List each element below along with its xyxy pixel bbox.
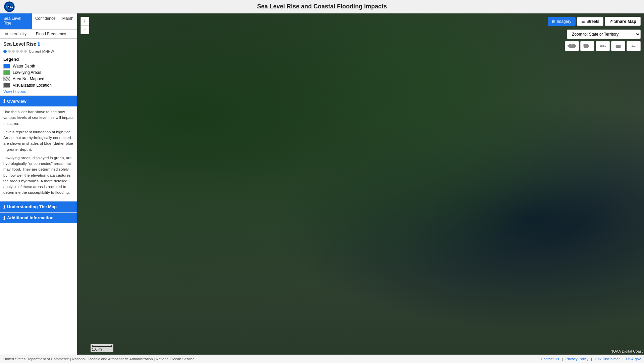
accordion-overview-header[interactable]: ℹ Overview	[0, 96, 77, 106]
overview-para-1: Use the slider bar above to see how vari…	[3, 109, 73, 127]
footer-contact-link[interactable]: Contact Us	[541, 357, 559, 361]
legend-area-not-mapped-swatch	[3, 77, 10, 81]
legend-title: Legend	[3, 57, 73, 62]
slider-dot-1	[8, 50, 11, 53]
main-tab-bar: Sea Level Rise Confidence Marsh	[0, 13, 77, 30]
footer-usagov-link[interactable]: USA.gov	[626, 357, 641, 361]
map-container[interactable]: Lake Superior Lake Huron Lake Michigan L…	[77, 13, 644, 355]
imagery-button[interactable]: ⊞ Imagery	[548, 17, 576, 26]
svg-point-78	[602, 45, 604, 47]
slr-title: Sea Level Rise ℹ	[3, 41, 73, 47]
accordion-overview-content: Use the slider bar above to see how vari…	[0, 106, 77, 201]
legend-low-lying-label: Low-lying Areas	[13, 70, 41, 75]
region-hawaii[interactable]	[596, 41, 610, 51]
slider-dot-5	[24, 50, 27, 53]
additional-label: Additional Information	[7, 215, 54, 220]
legend-water-depth-swatch	[3, 64, 10, 69]
legend-low-lying-swatch	[3, 70, 10, 75]
app-header: NOAA Sea Level Rise and Coastal Flooding…	[0, 0, 644, 13]
footer-privacy-link[interactable]: Privacy Policy	[566, 357, 588, 361]
current-mhhw-label: Current MHHW	[29, 49, 54, 53]
zoom-in-button[interactable]: +	[80, 17, 89, 26]
footer-disclaimer-link[interactable]: Link Disclaimer	[595, 357, 620, 361]
legend-viz-location-swatch	[3, 83, 10, 88]
svg-point-79	[605, 46, 606, 47]
top-right-controls: ⊞ Imagery ☰ Streets ↗ Share Map	[548, 17, 641, 26]
footer-links: Contact Us | Privacy Policy | Link Discl…	[541, 357, 641, 361]
legend-item-water-depth: Water Depth	[3, 64, 73, 69]
region-pr[interactable]	[611, 41, 625, 51]
sub-tab-vulnerability[interactable]: Vulnerability	[0, 30, 31, 38]
share-map-button[interactable]: ↗ Share Map	[605, 17, 641, 26]
slider-dot-2	[12, 50, 15, 53]
tab-marsh[interactable]: Marsh	[59, 13, 77, 29]
streets-button[interactable]: ☰ Streets	[577, 17, 603, 26]
footer-text: United States Department of Commerce | N…	[3, 357, 195, 361]
accordion-understanding-header[interactable]: ℹ Understanding The Map	[0, 201, 77, 212]
svg-point-77	[600, 45, 602, 47]
noaa-logo: NOAA	[3, 1, 15, 13]
slider-container: Current MHHW	[3, 49, 73, 53]
accordion-understanding: ℹ Understanding The Map	[0, 201, 77, 212]
view-levees-link[interactable]: View Levees	[3, 89, 73, 94]
tab-confidence[interactable]: Confidence	[32, 13, 59, 29]
accordion-additional-header[interactable]: ℹ Additional Information	[0, 213, 77, 223]
zoom-controls: + −	[80, 17, 89, 34]
zoom-out-button[interactable]: −	[80, 26, 89, 34]
page-title: Sea Level Rise and Coastal Flooding Impa…	[257, 3, 387, 10]
legend-item-viz-location: Visualization Location	[3, 83, 73, 88]
understanding-label: Understanding The Map	[7, 204, 57, 209]
accordion-additional: ℹ Additional Information	[0, 212, 77, 223]
understanding-icon: ℹ	[3, 204, 5, 210]
noaa-credit: NOAA Digital Coast	[610, 349, 643, 353]
additional-icon: ℹ	[3, 215, 5, 221]
share-map-label: Share Map	[614, 19, 636, 24]
region-conus[interactable]	[565, 41, 579, 51]
svg-rect-80	[616, 45, 621, 48]
zoom-to-select[interactable]: Zoom to: State or Territory Alabama Alas…	[567, 30, 641, 39]
footer: United States Department of Commerce | N…	[0, 355, 644, 363]
legend-item-area-not-mapped: Area Not Mapped	[3, 77, 73, 81]
streets-label: Streets	[586, 19, 599, 24]
satellite-overlay	[77, 13, 644, 355]
scale-bar: 100 mi	[91, 344, 113, 352]
legend-viz-location-label: Visualization Location	[13, 83, 52, 88]
imagery-icon: ⊞	[552, 19, 555, 24]
svg-point-81	[632, 46, 634, 47]
left-panel: Sea Level Rise Confidence Marsh Vulnerab…	[0, 13, 77, 355]
legend-item-low-lying: Low-lying Areas	[3, 70, 73, 75]
region-alaska[interactable]	[580, 41, 594, 51]
region-buttons	[565, 41, 641, 51]
share-icon: ↗	[609, 19, 613, 24]
slider-dots	[3, 50, 27, 53]
slider-dot-0	[3, 50, 7, 53]
svg-text:NOAA: NOAA	[6, 5, 13, 8]
slr-info-icon[interactable]: ℹ	[38, 41, 40, 47]
imagery-label: Imagery	[557, 19, 571, 24]
legend-section: Legend Water Depth Low-lying Areas Area …	[0, 55, 77, 95]
accordion-overview: ℹ Overview Use the slider bar above to s…	[0, 95, 77, 201]
legend-area-not-mapped-label: Area Not Mapped	[13, 77, 44, 81]
slider-dot-4	[20, 50, 23, 53]
legend-water-depth-label: Water Depth	[13, 64, 35, 69]
zoom-to-container: Zoom to: State or Territory Alabama Alas…	[567, 30, 641, 39]
overview-para-3: Low-lying areas, displayed in green, are…	[3, 155, 73, 196]
overview-icon: ℹ	[3, 98, 5, 104]
slr-label: Sea Level Rise	[3, 41, 36, 47]
slider-dot-3	[16, 50, 19, 53]
sub-tab-flood-frequency[interactable]: Flood Frequency	[31, 30, 71, 38]
slr-section: Sea Level Rise ℹ Current MHHW	[0, 39, 77, 55]
streets-icon: ☰	[581, 19, 585, 24]
svg-point-82	[634, 46, 636, 47]
tab-sea-level-rise[interactable]: Sea Level Rise	[0, 13, 32, 29]
overview-para-2: Levels represent inundation at high tide…	[3, 129, 73, 152]
overview-label: Overview	[7, 99, 26, 104]
scale-label: 100 mi	[92, 348, 102, 351]
sub-tab-bar: Vulnerability Flood Frequency	[0, 30, 77, 39]
region-vi[interactable]	[627, 41, 641, 51]
